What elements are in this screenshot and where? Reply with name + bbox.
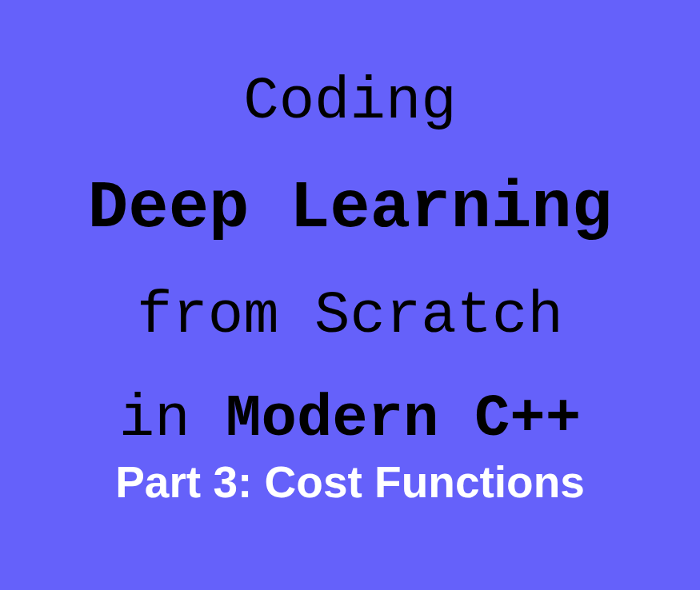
title-line-3: from Scratch <box>88 286 612 345</box>
title-line-4: in Modern C++ <box>88 389 612 448</box>
title-line-1: Coding <box>88 72 612 131</box>
title-line-2: Deep Learning <box>88 175 612 242</box>
subtitle: Part 3: Cost Functions <box>115 456 585 508</box>
title-line-4-prefix: in <box>119 385 226 452</box>
title-line-4-bold: Modern C++ <box>226 385 581 452</box>
title-block: Coding Deep Learning from Scratch in Mod… <box>88 72 612 456</box>
